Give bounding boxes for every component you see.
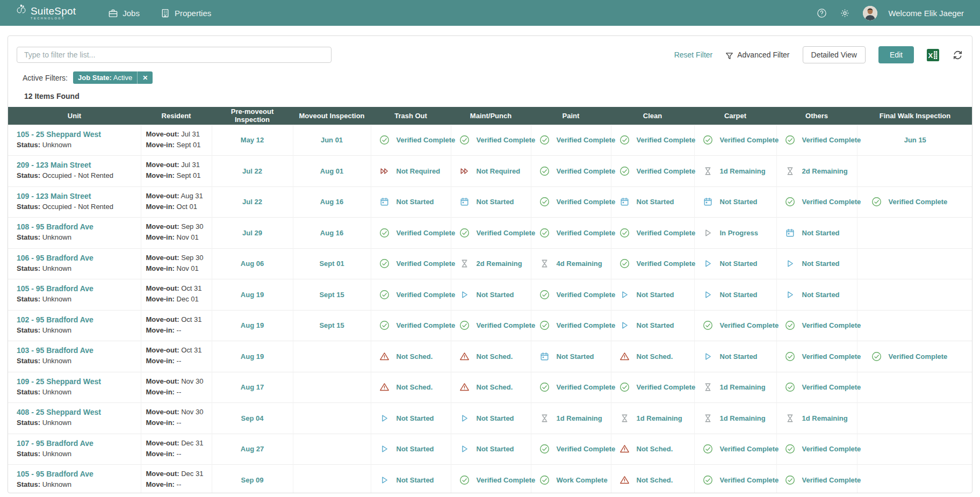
column-header[interactable]: Carpet — [694, 107, 776, 125]
stage-status[interactable]: Not Started — [451, 197, 531, 207]
stage-status[interactable]: Verified Complete — [531, 197, 611, 207]
unit-link[interactable]: 105 - 25 Sheppard West — [17, 130, 138, 139]
user-avatar[interactable] — [863, 6, 877, 20]
stage-status[interactable]: Not Started — [371, 413, 451, 423]
pre-moveout-inspection-date[interactable]: Sep 04 — [212, 403, 293, 434]
stage-status[interactable]: Not Required — [371, 166, 451, 176]
unit-link[interactable]: 209 - 123 Main Street — [17, 161, 138, 169]
stage-status[interactable]: Verified Complete — [531, 228, 611, 238]
moveout-inspection-date[interactable]: Sept 15 — [293, 279, 371, 311]
suitespot-logo[interactable]: SuiteSpot TECHNOLOGY — [16, 4, 76, 22]
stage-status[interactable]: Verified Complete — [777, 197, 857, 207]
stage-status[interactable]: Verified Complete — [531, 382, 611, 392]
stage-status[interactable]: Verified Complete — [451, 135, 531, 145]
stage-status[interactable]: Verified Complete — [611, 228, 694, 238]
refresh-icon[interactable] — [952, 49, 963, 61]
stage-status[interactable]: Verified Complete — [531, 444, 611, 454]
stage-status[interactable]: Verified Complete — [777, 351, 857, 362]
stage-status[interactable]: Verified Complete — [777, 382, 857, 392]
stage-status[interactable]: Not Started — [695, 290, 776, 300]
column-header[interactable]: Paint — [531, 107, 611, 125]
stage-status[interactable]: 1d Remaining — [695, 166, 776, 176]
stage-status[interactable]: In Progress — [695, 228, 776, 238]
moveout-inspection-date[interactable] — [293, 341, 371, 372]
stage-status[interactable]: Verified Complete — [695, 475, 776, 485]
stage-status[interactable]: Work Complete — [531, 475, 611, 485]
stage-status[interactable]: 1d Remaining — [777, 413, 857, 423]
detailed-view-button[interactable]: Detailed View — [803, 46, 866, 63]
reset-filter-link[interactable]: Reset Filter — [674, 51, 713, 59]
column-header[interactable]: Clean — [611, 107, 694, 125]
pre-moveout-inspection-date[interactable]: Aug 17 — [212, 372, 293, 403]
moveout-inspection-date[interactable] — [293, 434, 371, 465]
stage-status[interactable]: Not Sched. — [451, 382, 531, 392]
pre-moveout-inspection-date[interactable]: Aug 19 — [212, 310, 293, 341]
final-walk-inspection-date[interactable]: Jun 15 — [857, 125, 972, 156]
stage-status[interactable]: Not Started — [451, 444, 531, 454]
moveout-inspection-date[interactable]: Sept 15 — [293, 310, 371, 341]
stage-status[interactable]: Not Sched. — [611, 475, 694, 485]
stage-status[interactable]: 4d Remaining — [531, 258, 611, 269]
unit-link[interactable]: 109 - 123 Main Street — [17, 192, 138, 200]
stage-status[interactable]: Not Started — [371, 475, 451, 485]
column-header[interactable]: Others — [776, 107, 857, 125]
stage-status[interactable]: Verified Complete — [531, 135, 611, 145]
stage-status[interactable]: Verified Complete — [371, 320, 451, 330]
stage-status[interactable]: Not Started — [777, 290, 857, 300]
stage-status[interactable]: Verified Complete — [611, 166, 694, 176]
stage-status[interactable]: Not Started — [531, 351, 611, 362]
nav-item-properties[interactable]: Properties — [160, 8, 211, 18]
moveout-inspection-date[interactable]: Aug 16 — [293, 218, 371, 249]
stage-status[interactable]: 2d Remaining — [777, 166, 857, 176]
moveout-inspection-date[interactable]: Jun 01 — [293, 125, 371, 156]
moveout-inspection-date[interactable]: Sept 01 — [293, 248, 371, 279]
unit-link[interactable]: 106 - 95 Bradford Ave — [17, 254, 138, 262]
final-walk-status[interactable]: Verified Complete — [857, 351, 973, 362]
stage-status[interactable]: Verified Complete — [371, 290, 451, 300]
column-header[interactable]: Trash Out — [371, 107, 451, 125]
stage-status[interactable]: Verified Complete — [371, 258, 451, 269]
stage-status[interactable]: Not Started — [451, 290, 531, 300]
pre-moveout-inspection-date[interactable]: Jul 22 — [212, 186, 293, 218]
stage-status[interactable]: Verified Complete — [451, 320, 531, 330]
moveout-inspection-date[interactable] — [293, 372, 371, 403]
moveout-inspection-date[interactable]: Aug 16 — [293, 186, 371, 218]
pre-moveout-inspection-date[interactable]: Aug 19 — [212, 341, 293, 372]
column-header[interactable]: Unit — [8, 107, 141, 125]
stage-status[interactable]: Not Started — [611, 290, 694, 300]
stage-status[interactable]: 1d Remaining — [695, 413, 776, 423]
stage-status[interactable]: Verified Complete — [695, 444, 776, 454]
stage-status[interactable]: Not Sched. — [611, 444, 694, 454]
export-excel-icon[interactable]: X — [927, 49, 939, 61]
nav-item-jobs[interactable]: Jobs — [108, 8, 140, 18]
stage-status[interactable]: Verified Complete — [371, 228, 451, 238]
stage-status[interactable]: Verified Complete — [451, 475, 531, 485]
stage-status[interactable]: Verified Complete — [777, 135, 857, 145]
unit-link[interactable]: 103 - 95 Bradford Ave — [17, 346, 138, 355]
stage-status[interactable]: 1d Remaining — [611, 413, 694, 423]
unit-link[interactable]: 102 - 95 Bradford Ave — [17, 315, 138, 324]
column-header[interactable]: Final Walk Inspection — [857, 107, 972, 125]
stage-status[interactable]: Not Started — [777, 258, 857, 269]
gear-icon[interactable] — [840, 8, 850, 18]
pre-moveout-inspection-date[interactable]: May 12 — [212, 125, 293, 156]
edit-button[interactable]: Edit — [878, 46, 914, 63]
stage-status[interactable]: Not Started — [451, 413, 531, 423]
stage-status[interactable]: Not Started — [777, 228, 857, 238]
pre-moveout-inspection-date[interactable]: Aug 27 — [212, 434, 293, 465]
pre-moveout-inspection-date[interactable]: Jul 22 — [212, 156, 293, 187]
pre-moveout-inspection-date[interactable]: Jul 29 — [212, 218, 293, 249]
stage-status[interactable]: Verified Complete — [531, 166, 611, 176]
search-input[interactable] — [17, 47, 332, 63]
stage-status[interactable]: Not Started — [611, 320, 694, 330]
unit-link[interactable]: 109 - 25 Sheppard West — [17, 377, 138, 386]
stage-status[interactable]: 2d Remaining — [451, 258, 531, 269]
column-header[interactable]: Resident — [141, 107, 212, 125]
unit-link[interactable]: 105 - 95 Bradford Ave — [17, 284, 138, 293]
stage-status[interactable]: Not Started — [611, 197, 694, 207]
stage-status[interactable]: Verified Complete — [777, 320, 857, 330]
stage-status[interactable]: Verified Complete — [371, 135, 451, 145]
stage-status[interactable]: Verified Complete — [777, 444, 857, 454]
pre-moveout-inspection-date[interactable]: Aug 19 — [212, 279, 293, 311]
unit-link[interactable]: 105 - 95 Bradford Ave — [17, 470, 138, 478]
